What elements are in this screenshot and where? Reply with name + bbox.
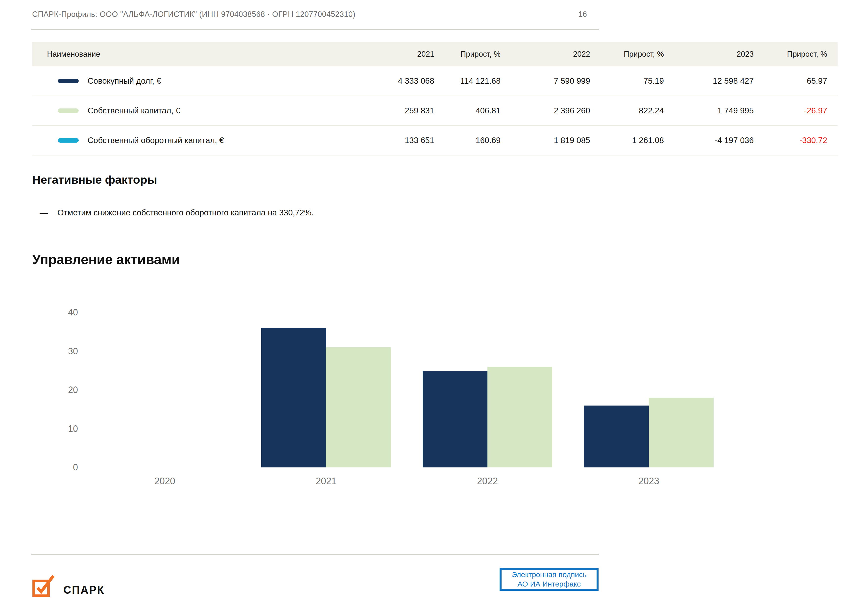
spark-logo: СПАРК (32, 574, 104, 598)
spark-checkbox-icon (32, 574, 59, 598)
bar-2022-green (487, 367, 552, 468)
bar-2022-navy (423, 371, 487, 468)
y-tick-0: 0 (37, 462, 78, 473)
bar-2023-navy (584, 406, 649, 468)
page: СПАРК-Профиль: ООО "АЛЬФА-ЛОГИСТИК" (ИНН… (0, 0, 868, 614)
x-label-2023: 2023 (568, 476, 729, 487)
x-label-2020: 2020 (84, 476, 245, 487)
y-tick-10: 10 (37, 423, 78, 434)
bar-2021-green (326, 347, 391, 468)
stamp-line-1: Электронная подпись (512, 570, 586, 579)
assets-bar-chart: 0102030402020202120222023 (0, 0, 868, 614)
y-tick-30: 30 (37, 346, 78, 357)
bar-2021-navy (261, 328, 326, 468)
stamp-line-2: АО ИА Интерфакс (518, 579, 581, 589)
x-label-2022: 2022 (407, 476, 568, 487)
electronic-signature-stamp[interactable]: Электронная подпись АО ИА Интерфакс (499, 568, 598, 591)
footer-divider (31, 554, 599, 555)
y-tick-20: 20 (37, 384, 78, 395)
y-tick-40: 40 (37, 307, 78, 318)
spark-logo-text: СПАРК (64, 584, 104, 598)
x-label-2021: 2021 (245, 476, 407, 487)
bar-2023-green (649, 398, 714, 468)
